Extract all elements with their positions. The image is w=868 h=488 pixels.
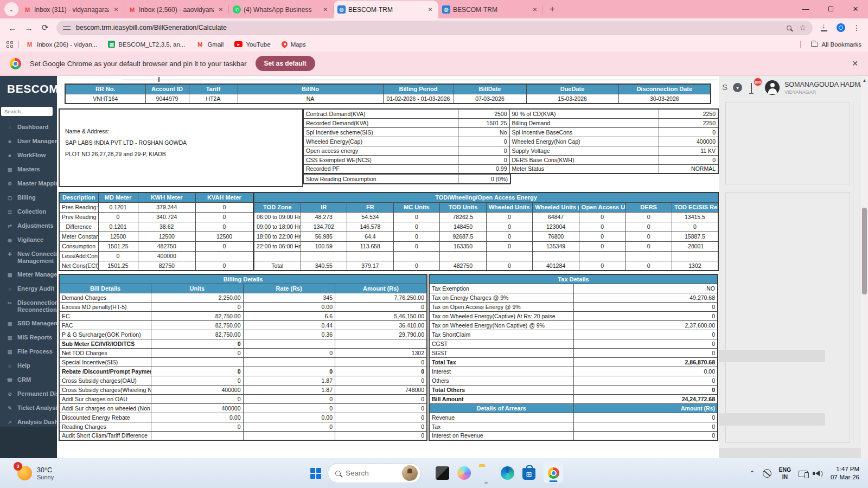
sidebar-item-meter-management[interactable]: ▦ Meter Management [0,268,57,282]
billing-label: Cross Subsidy charges(Wheeling Non Cap) [59,385,151,394]
sun-icon: 3 [17,466,32,480]
sidebar-item-label: Collection [17,208,46,215]
tab-bescom-trm-2[interactable]: BESCOM-TRM ✕ [438,1,543,18]
weather-widget[interactable]: 3 30°C Sunny [17,466,153,480]
tab-search-icon[interactable]: ⌄ [4,2,18,16]
chevron-down-icon[interactable]: ▾ [733,83,742,92]
bookmark-star-icon[interactable]: ☆ [799,23,806,32]
scrollbar-thumb[interactable] [862,208,867,294]
sidebar-item-disconnection[interactable]: ✂ DisconnectionReconnection [0,296,57,317]
sidebar-item-masters[interactable]: ▤ Masters [0,163,57,177]
sidebar-item-vigilance[interactable]: ◉ Vigilance [0,233,57,247]
billing-label: FAC [59,320,151,330]
sidebar-item-crm[interactable]: ☎ CRM [0,373,57,387]
volume-icon[interactable]: ) [815,470,823,477]
language-indicator[interactable]: ENGIN [779,466,792,480]
sidebar-item-billing[interactable]: ▢ Billing [0,191,57,205]
notifications-bell-icon[interactable]: 899 [751,84,752,93]
all-bookmarks-button[interactable]: All Bookmarks [800,41,862,48]
minimize-button[interactable]: — [793,0,818,17]
tab-close-icon[interactable]: ✕ [216,5,225,14]
site-settings-icon[interactable] [63,25,71,30]
url-bar[interactable]: bescom.trm.ieasybill.com/BillGeneration/… [56,21,813,35]
page-scrollbar[interactable]: ▲ [861,76,868,458]
tab-close-icon[interactable]: ✕ [112,5,120,14]
back-icon[interactable]: ← [5,21,20,35]
downloads-icon[interactable] [820,24,828,31]
reload-icon[interactable]: ⟳ [38,21,52,35]
bookmark-gmail[interactable]: Gmail [196,40,224,48]
set-as-default-button[interactable]: Set as default [256,56,315,71]
tab-gmail-inbox-2[interactable]: Inbox (2,560) - aaovidyanagar@ ✕ [124,1,229,18]
restore-button[interactable] [818,0,843,17]
sidebar-search-input[interactable] [1,107,53,116]
forward-icon[interactable]: → [22,21,36,35]
file-explorer-icon[interactable] [479,466,493,480]
tab-close-icon[interactable]: ✕ [321,5,330,14]
bookmark-bescom-sheet[interactable]: BESCOM_LT2,3,5, an... [108,41,185,48]
tab-close-icon[interactable]: ✕ [531,5,539,14]
new-tab-button[interactable]: + [545,2,559,16]
tab-gmail-inbox-1[interactable]: Inbox (311) - vidyanagaraao@g ✕ [20,1,124,18]
search-highlight-icon[interactable] [402,465,418,481]
tab-bescom-trm-active[interactable]: BESCOM-TRM ✕ [334,1,438,18]
taskbar-search-input[interactable] [346,469,388,477]
sidebar-item-sbd-management[interactable]: ▣ SBD Management [0,317,57,331]
tax-amount: 0 [573,339,718,348]
sidebar-item-dashboard[interactable]: ⌂ Dashboard [0,120,57,134]
sidebar-item-help[interactable]: ☺ Help [0,359,57,373]
sidebar-item-file-process[interactable]: ▧ File Process [0,345,57,359]
summary-value-cell: 9044979 [145,94,189,104]
apps-grid-icon[interactable] [7,41,13,48]
sidebar-item-workflow[interactable]: ☻ WorkFlow [0,149,57,163]
sidebar-item-collection[interactable]: ☰ Collection [0,205,57,219]
bell-shape [751,83,752,93]
tod-header-row: TOD ZoneIRFRMC UnitsTOD UnitsWheeled Uni… [254,202,719,212]
meter-cell: Consumption [59,241,98,251]
tod-cell [347,251,394,261]
sidebar-item-new-connection[interactable]: ✚ New ConnectionManagement [0,247,57,268]
clock[interactable]: 1:47 PM07-Mar-26 [831,465,859,481]
tod-cell: 64847 [533,212,579,222]
copilot-icon[interactable] [457,466,471,480]
sidebar-item-ticket-analysis[interactable]: ✎ Ticket Analysis [0,401,57,415]
start-button[interactable] [310,468,321,479]
user-avatar[interactable] [765,80,780,95]
store-icon[interactable]: ⊞ [522,468,535,480]
tray-expand-icon[interactable]: ⌃ [749,470,755,477]
sidebar-item-mis-reports[interactable]: ▥ MIS Reports [0,331,57,345]
sidebar-item-permanent-disconnection[interactable]: ⊘ Permanent Disconnection [0,387,57,401]
tab-close-icon[interactable]: ✕ [426,5,435,14]
billing-label: Sub Meter EC/IVR/IOD/TCS [59,339,151,348]
bookmark-inbox[interactable]: Inbox (206) - vidyan... [25,40,97,48]
meter-cell: 0 [98,251,138,261]
url-text[interactable]: bescom.trm.ieasybill.com/BillGeneration/… [76,24,787,31]
bookmark-label: YouTube [246,41,270,48]
extension-icon[interactable] [837,23,845,32]
notification-count-badge: 899 [753,77,763,87]
bookmark-maps[interactable]: Maps [282,41,306,48]
meter-row: Prev Reading 01-02-2026 0 340.724 0 [59,212,253,222]
sidebar-item-user-management[interactable]: ☻ User Management [0,134,57,149]
tod-cell: 0 [486,232,533,241]
close-button[interactable]: ✕ [843,0,868,17]
do-not-disturb-icon[interactable] [763,469,771,478]
billing-rate: 0 [243,367,335,376]
chrome-taskbar-icon[interactable] [544,463,563,483]
banner-close-icon[interactable]: ✕ [852,59,858,68]
bookmark-youtube[interactable]: YouTube [234,41,270,48]
sidebar-item-master-mapping[interactable]: ⚙ Master Mapping [0,177,57,191]
detail-value: 2250 [659,118,718,127]
sidebar-footer [0,427,57,458]
scroll-up-icon[interactable]: ▲ [861,78,868,83]
tax-label: Tax on Wheeled Energy(Captive) At Rs: 20… [429,311,573,320]
edge-icon[interactable] [501,466,514,480]
tab-whatsapp[interactable]: (4) WhatsApp Business ✕ [229,1,334,18]
sidebar-item-energy-audit[interactable]: ☼ Energy Audit [0,282,57,296]
sidebar-item-adjustments[interactable]: ⇄ Adjustments [0,219,57,233]
network-icon[interactable] [799,471,808,477]
zoom-icon[interactable] [787,25,792,30]
taskbar-search[interactable] [328,463,421,483]
browser-menu-icon[interactable]: ⋮ [853,23,860,32]
widgets-icon[interactable] [436,466,449,480]
